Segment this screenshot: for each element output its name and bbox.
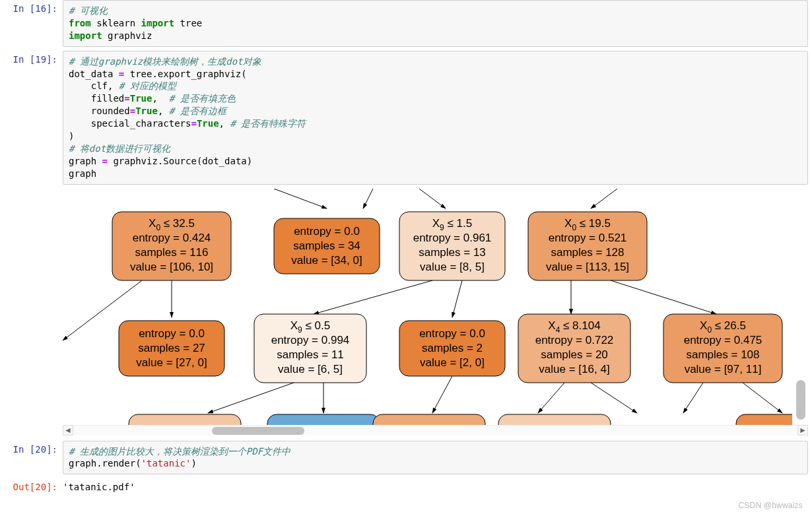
svg-text:value = [2, 0]: value = [2, 0]: [420, 356, 485, 369]
svg-text:samples = 108: samples = 108: [686, 348, 759, 361]
tree-node: X0 ≤ 32.5 entropy = 0.424 samples = 116 …: [112, 212, 231, 280]
svg-line-3: [591, 189, 617, 209]
tree-node: X0 ≤ 26.5 entropy = 0.475 samples = 108 …: [663, 314, 782, 383]
svg-line-2: [419, 189, 446, 209]
svg-text:entropy = 0.475: entropy = 0.475: [684, 334, 762, 346]
svg-text:entropy = 0.424: entropy = 0.424: [133, 232, 211, 244]
scroll-left-icon[interactable]: ◄: [63, 425, 73, 435]
svg-text:samples = 34: samples = 34: [293, 240, 360, 252]
prompt-in-16: In [16]:: [0, 0, 63, 47]
output-text-20: 'tatanic.pdf': [63, 478, 812, 492]
svg-text:value = [6, 5]: value = [6, 5]: [278, 363, 343, 375]
svg-line-1: [363, 189, 373, 209]
tree-node: X9 ≤ 1.5 entropy = 0.961 samples = 13 va…: [399, 212, 505, 280]
tree-svg-viewport[interactable]: X0 ≤ 32.5 entropy = 0.424 samples = 116 …: [63, 189, 792, 426]
svg-text:samples = 128: samples = 128: [551, 246, 624, 259]
tree-node: entropy = 0.0 samples = 27 value = [27, …: [119, 321, 224, 376]
svg-text:entropy = 0.521: entropy = 0.521: [549, 232, 627, 244]
prompt-in-20: In [20]:: [0, 441, 63, 475]
tree-node: entropy = 0.0 samples = 34 value = [34, …: [274, 218, 380, 274]
svg-text:value = [113, 15]: value = [113, 15]: [546, 261, 629, 273]
svg-line-57: [683, 383, 703, 413]
code-input-20[interactable]: # 生成的图片比较大，将决策树渲染到一个PDF文件中 graph.render(…: [63, 441, 808, 475]
svg-text:value = [8, 5]: value = [8, 5]: [420, 261, 485, 273]
svg-line-54: [432, 376, 452, 413]
svg-line-25: [314, 280, 432, 314]
horizontal-scrollbar[interactable]: [73, 425, 797, 435]
decision-tree-svg: X0 ≤ 32.5 entropy = 0.424 samples = 116 …: [63, 189, 792, 426]
svg-line-0: [274, 189, 327, 209]
tree-node: X9 ≤ 0.5 entropy = 0.994 samples = 11 va…: [254, 314, 366, 383]
tree-node: entropy = 0.0 samples = 2 value = [2, 0]: [399, 321, 505, 376]
svg-text:samples = 27: samples = 27: [138, 342, 205, 354]
svg-text:value = [16, 4]: value = [16, 4]: [539, 363, 609, 375]
cell-in-20: In [20]: # 生成的图片比较大，将决策树渲染到一个PDF文件中 grap…: [0, 441, 812, 475]
svg-text:samples = 116: samples = 116: [135, 246, 208, 259]
svg-text:value = [97, 11]: value = [97, 11]: [685, 363, 762, 375]
cell-in-19: In [19]: # 通过graphviz模块来绘制树，生成dot对象 dot_…: [0, 51, 812, 185]
svg-text:samples = 11: samples = 11: [277, 348, 344, 361]
svg-text:entropy = 0.0: entropy = 0.0: [139, 327, 205, 340]
svg-text:entropy = 0.961: entropy = 0.961: [413, 232, 492, 244]
output-graphviz-19: X0 ≤ 32.5 entropy = 0.424 samples = 116 …: [63, 189, 808, 435]
svg-text:value = [27, 0]: value = [27, 0]: [136, 356, 207, 369]
svg-line-55: [538, 383, 564, 413]
svg-text:entropy = 0.0: entropy = 0.0: [294, 225, 360, 238]
code-input-19[interactable]: # 通过graphviz模块来绘制树，生成dot对象 dot_data = tr…: [63, 51, 808, 185]
prompt-out-20: Out[20]:: [0, 478, 63, 492]
svg-line-52: [208, 383, 294, 413]
svg-text:samples = 20: samples = 20: [541, 348, 608, 361]
svg-text:entropy = 0.994: entropy = 0.994: [271, 334, 350, 346]
svg-text:entropy = 0.722: entropy = 0.722: [535, 334, 614, 346]
code-input-16[interactable]: # 可视化 from sklearn import tree import gr…: [63, 0, 808, 47]
cell-in-16: In [16]: # 可视化 from sklearn import tree …: [0, 0, 812, 47]
svg-line-28: [611, 280, 716, 314]
scrollbar-thumb[interactable]: [212, 427, 304, 435]
svg-text:entropy = 0.0: entropy = 0.0: [419, 327, 485, 340]
svg-text:samples = 13: samples = 13: [419, 246, 486, 259]
notebook: In [16]: # 可视化 from sklearn import tree …: [0, 0, 812, 492]
svg-line-26: [452, 280, 462, 317]
svg-text:value = [34, 0]: value = [34, 0]: [291, 254, 362, 267]
prompt-in-19: In [19]:: [0, 51, 63, 185]
svg-text:value = [106, 10]: value = [106, 10]: [130, 261, 213, 273]
tree-node: X0 ≤ 19.5 entropy = 0.521 samples = 128 …: [528, 212, 647, 280]
cell-out-20: Out[20]: 'tatanic.pdf': [0, 478, 812, 492]
tree-node: X4 ≤ 8.104 entropy = 0.722 samples = 20 …: [518, 314, 630, 383]
svg-line-56: [591, 383, 637, 413]
scrollbar-thumb[interactable]: [796, 380, 805, 420]
svg-text:samples = 2: samples = 2: [422, 342, 483, 354]
svg-line-58: [743, 383, 782, 413]
vertical-scrollbar[interactable]: [796, 380, 805, 433]
